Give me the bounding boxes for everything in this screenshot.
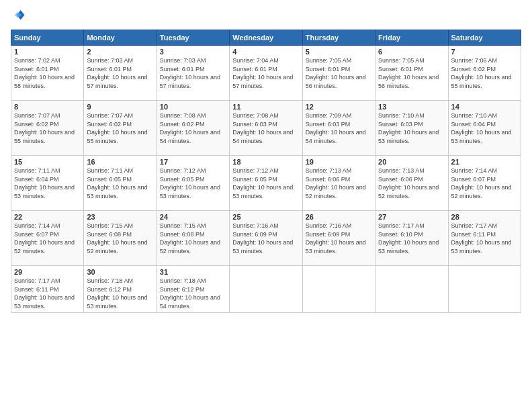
day-number: 13: [378, 103, 445, 111]
day-number: 19: [306, 158, 372, 166]
day-info: Sunrise: 7:03 AM Sunset: 6:01 PM Dayligh…: [160, 56, 226, 90]
calendar-week-5: 29 Sunrise: 7:17 AM Sunset: 6:11 PM Dayl…: [11, 266, 521, 313]
calendar-cell: 22 Sunrise: 7:14 AM Sunset: 6:07 PM Dayl…: [11, 211, 84, 266]
day-number: 15: [14, 158, 81, 166]
calendar-cell: 5 Sunrise: 7:05 AM Sunset: 6:01 PM Dayli…: [302, 46, 375, 101]
calendar-cell: 7 Sunrise: 7:06 AM Sunset: 6:02 PM Dayli…: [448, 46, 521, 101]
calendar-cell: 31 Sunrise: 7:18 AM Sunset: 6:12 PM Dayl…: [157, 266, 229, 313]
day-info: Sunrise: 7:06 AM Sunset: 6:02 PM Dayligh…: [451, 56, 518, 90]
calendar-cell: 24 Sunrise: 7:15 AM Sunset: 6:08 PM Dayl…: [157, 211, 229, 266]
weekday-header-tuesday: Tuesday: [157, 30, 229, 46]
day-info: Sunrise: 7:11 AM Sunset: 6:05 PM Dayligh…: [87, 167, 153, 200]
calendar-cell: 15 Sunrise: 7:11 AM Sunset: 6:04 PM Dayl…: [11, 156, 84, 211]
calendar-week-2: 8 Sunrise: 7:07 AM Sunset: 6:02 PM Dayli…: [11, 101, 521, 156]
calendar-cell: 13 Sunrise: 7:10 AM Sunset: 6:03 PM Dayl…: [375, 101, 448, 156]
calendar-cell: 8 Sunrise: 7:07 AM Sunset: 6:02 PM Dayli…: [11, 101, 84, 156]
weekday-header-friday: Friday: [375, 30, 448, 46]
day-info: Sunrise: 7:15 AM Sunset: 6:08 PM Dayligh…: [87, 222, 153, 255]
day-number: 26: [306, 213, 372, 221]
calendar-cell: 18 Sunrise: 7:12 AM Sunset: 6:05 PM Dayl…: [230, 156, 302, 211]
day-info: Sunrise: 7:17 AM Sunset: 6:11 PM Dayligh…: [14, 277, 81, 310]
day-number: 11: [232, 103, 299, 111]
day-info: Sunrise: 7:08 AM Sunset: 6:02 PM Dayligh…: [160, 111, 226, 145]
day-number: 31: [160, 268, 226, 276]
day-number: 22: [14, 213, 81, 221]
calendar-cell: 25 Sunrise: 7:16 AM Sunset: 6:09 PM Dayl…: [230, 211, 302, 266]
day-number: 16: [87, 158, 153, 166]
day-number: 6: [378, 48, 445, 56]
day-info: Sunrise: 7:12 AM Sunset: 6:05 PM Dayligh…: [232, 167, 299, 200]
day-number: 12: [306, 103, 372, 111]
calendar-cell: 12 Sunrise: 7:09 AM Sunset: 6:03 PM Dayl…: [302, 101, 375, 156]
calendar-cell: 21 Sunrise: 7:14 AM Sunset: 6:07 PM Dayl…: [448, 156, 521, 211]
calendar-week-3: 15 Sunrise: 7:11 AM Sunset: 6:04 PM Dayl…: [11, 156, 521, 211]
calendar-cell: 30 Sunrise: 7:18 AM Sunset: 6:12 PM Dayl…: [84, 266, 157, 313]
day-info: Sunrise: 7:13 AM Sunset: 6:06 PM Dayligh…: [306, 167, 372, 200]
weekday-header-saturday: Saturday: [448, 30, 521, 46]
day-info: Sunrise: 7:05 AM Sunset: 6:01 PM Dayligh…: [306, 56, 372, 90]
day-info: Sunrise: 7:18 AM Sunset: 6:12 PM Dayligh…: [87, 277, 153, 310]
calendar-cell: 19 Sunrise: 7:13 AM Sunset: 6:06 PM Dayl…: [302, 156, 375, 211]
day-info: Sunrise: 7:17 AM Sunset: 6:11 PM Dayligh…: [451, 222, 518, 255]
calendar-week-1: 1 Sunrise: 7:02 AM Sunset: 6:01 PM Dayli…: [11, 46, 521, 101]
calendar-cell: 16 Sunrise: 7:11 AM Sunset: 6:05 PM Dayl…: [84, 156, 157, 211]
day-number: 27: [378, 213, 445, 221]
day-info: Sunrise: 7:10 AM Sunset: 6:04 PM Dayligh…: [451, 111, 518, 145]
day-info: Sunrise: 7:12 AM Sunset: 6:05 PM Dayligh…: [160, 167, 226, 200]
day-number: 28: [451, 213, 518, 221]
day-number: 10: [160, 103, 226, 111]
calendar-week-4: 22 Sunrise: 7:14 AM Sunset: 6:07 PM Dayl…: [11, 211, 521, 266]
day-info: Sunrise: 7:14 AM Sunset: 6:07 PM Dayligh…: [451, 167, 518, 200]
calendar-cell: 14 Sunrise: 7:10 AM Sunset: 6:04 PM Dayl…: [448, 101, 521, 156]
day-info: Sunrise: 7:07 AM Sunset: 6:02 PM Dayligh…: [14, 111, 81, 145]
day-number: 21: [451, 158, 518, 166]
day-info: Sunrise: 7:16 AM Sunset: 6:09 PM Dayligh…: [306, 222, 372, 255]
day-info: Sunrise: 7:10 AM Sunset: 6:03 PM Dayligh…: [378, 111, 445, 145]
day-number: 9: [87, 103, 153, 111]
day-info: Sunrise: 7:15 AM Sunset: 6:08 PM Dayligh…: [160, 222, 226, 255]
calendar-cell: [375, 266, 448, 313]
weekday-header-thursday: Thursday: [302, 30, 375, 46]
calendar-cell: 2 Sunrise: 7:03 AM Sunset: 6:01 PM Dayli…: [84, 46, 157, 101]
day-number: 4: [232, 48, 299, 56]
calendar-cell: 4 Sunrise: 7:04 AM Sunset: 6:01 PM Dayli…: [230, 46, 302, 101]
day-number: 8: [14, 103, 81, 111]
day-number: 14: [451, 103, 518, 111]
calendar-cell: 23 Sunrise: 7:15 AM Sunset: 6:08 PM Dayl…: [84, 211, 157, 266]
day-info: Sunrise: 7:05 AM Sunset: 6:01 PM Dayligh…: [378, 56, 445, 90]
logo: [11, 8, 28, 23]
calendar-cell: 3 Sunrise: 7:03 AM Sunset: 6:01 PM Dayli…: [157, 46, 229, 101]
day-info: Sunrise: 7:04 AM Sunset: 6:01 PM Dayligh…: [232, 56, 299, 90]
day-number: 24: [160, 213, 226, 221]
day-number: 7: [451, 48, 518, 56]
calendar-cell: 17 Sunrise: 7:12 AM Sunset: 6:05 PM Dayl…: [157, 156, 229, 211]
day-info: Sunrise: 7:02 AM Sunset: 6:01 PM Dayligh…: [14, 56, 81, 90]
calendar-cell: 6 Sunrise: 7:05 AM Sunset: 6:01 PM Dayli…: [375, 46, 448, 101]
day-number: 23: [87, 213, 153, 221]
header: [11, 8, 521, 23]
day-number: 25: [232, 213, 299, 221]
day-info: Sunrise: 7:14 AM Sunset: 6:07 PM Dayligh…: [14, 222, 81, 255]
weekday-header-sunday: Sunday: [11, 30, 84, 46]
page: SundayMondayTuesdayWednesdayThursdayFrid…: [0, 0, 532, 411]
calendar-cell: 29 Sunrise: 7:17 AM Sunset: 6:11 PM Dayl…: [11, 266, 84, 313]
day-info: Sunrise: 7:09 AM Sunset: 6:03 PM Dayligh…: [306, 111, 372, 145]
day-info: Sunrise: 7:08 AM Sunset: 6:03 PM Dayligh…: [232, 111, 299, 145]
day-info: Sunrise: 7:17 AM Sunset: 6:10 PM Dayligh…: [378, 222, 445, 255]
calendar-cell: [230, 266, 302, 313]
day-number: 5: [306, 48, 372, 56]
day-number: 20: [378, 158, 445, 166]
day-number: 3: [160, 48, 226, 56]
day-info: Sunrise: 7:07 AM Sunset: 6:02 PM Dayligh…: [87, 111, 153, 145]
calendar-cell: 10 Sunrise: 7:08 AM Sunset: 6:02 PM Dayl…: [157, 101, 229, 156]
day-number: 2: [87, 48, 153, 56]
day-number: 29: [14, 268, 81, 276]
calendar-cell: 20 Sunrise: 7:13 AM Sunset: 6:06 PM Dayl…: [375, 156, 448, 211]
calendar-cell: 1 Sunrise: 7:02 AM Sunset: 6:01 PM Dayli…: [11, 46, 84, 101]
logo-icon: [11, 8, 26, 23]
day-number: 1: [14, 48, 81, 56]
day-info: Sunrise: 7:11 AM Sunset: 6:04 PM Dayligh…: [14, 167, 81, 200]
calendar-cell: 11 Sunrise: 7:08 AM Sunset: 6:03 PM Dayl…: [230, 101, 302, 156]
weekday-header-wednesday: Wednesday: [230, 30, 302, 46]
day-number: 30: [87, 268, 153, 276]
